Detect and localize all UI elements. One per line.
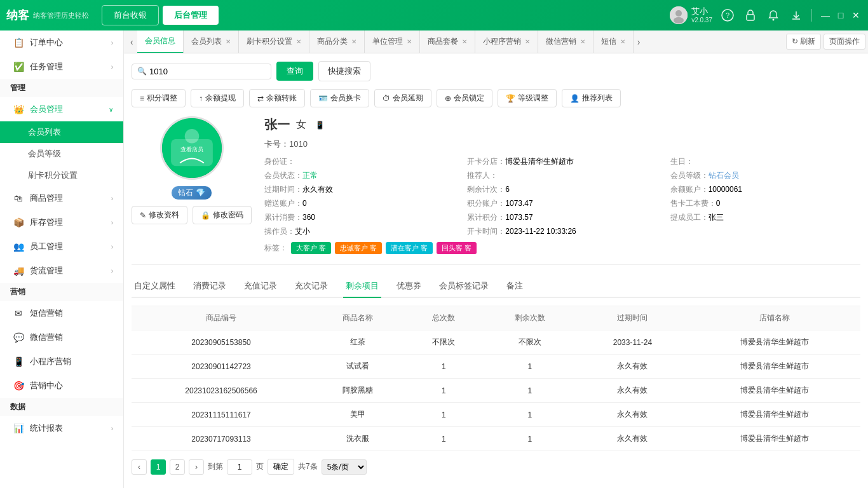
- detail-tab-note[interactable]: 备注: [504, 275, 526, 298]
- tab-card-points-close[interactable]: ✕: [296, 38, 301, 45]
- tab-product-pkg-close[interactable]: ✕: [462, 38, 467, 45]
- sidebar-item-sms[interactable]: ✉ 短信营销: [0, 301, 123, 325]
- sidebar-sub-member-level[interactable]: 会员等级: [0, 143, 123, 165]
- action-recommend-btn[interactable]: 👤 推荐列表: [562, 89, 621, 107]
- sidebar-item-mktcenter[interactable]: 🎯 营销中心: [0, 374, 123, 398]
- sidebar-item-inventory[interactable]: 📦 库存管理 ›: [0, 210, 123, 234]
- page-size-select[interactable]: 5条/页 10条/页 20条/页: [322, 459, 367, 475]
- sidebar-item-members[interactable]: 👑 会员管理 ∨: [0, 97, 123, 121]
- points-icon: ≡: [140, 94, 144, 103]
- detail-tab-custom[interactable]: 自定义属性: [132, 275, 178, 298]
- tab-member-list-close[interactable]: ✕: [226, 38, 231, 45]
- page-2-btn[interactable]: 2: [170, 459, 185, 475]
- tab-miniapp-mkt[interactable]: 小程序营销 ✕: [475, 30, 538, 53]
- sidebar-sub-card-points[interactable]: 刷卡积分设置: [0, 165, 123, 186]
- edit-password-btn[interactable]: 🔒 修改密码: [193, 206, 252, 224]
- search-input[interactable]: [149, 67, 264, 76]
- tab-member-info[interactable]: 会员信息: [137, 30, 184, 53]
- info-balance: 余额账户：10000061: [670, 184, 860, 195]
- tab-wechat-mkt-close[interactable]: ✕: [580, 38, 585, 45]
- info-commission-staff: 提成员工：张三: [670, 212, 860, 223]
- col-product-no: 商品编号: [132, 306, 311, 330]
- table-row: 20230901142723 试试看 1 1 永久有效 博爱县清华生鲜超市: [132, 355, 860, 379]
- cell-store: 博爱县清华生鲜超市: [688, 355, 860, 379]
- refresh-btn[interactable]: ↻ 刷新: [786, 34, 821, 50]
- minimize-btn[interactable]: —: [820, 10, 831, 21]
- action-swap-card-btn[interactable]: 🪪 会员换卡: [310, 89, 369, 107]
- page-op-btn[interactable]: 页面操作: [824, 34, 865, 50]
- mktcenter-icon: 🎯: [12, 381, 25, 391]
- tab-miniapp-mkt-close[interactable]: ✕: [525, 38, 530, 45]
- refresh-label: 刷新: [800, 37, 815, 46]
- logistics-arrow-icon: ›: [111, 268, 113, 274]
- tab-product-cat[interactable]: 商品分类 ✕: [309, 30, 365, 53]
- goto-confirm-btn[interactable]: 确定: [268, 459, 294, 475]
- query-btn[interactable]: 查询: [276, 62, 313, 81]
- detail-tab-times[interactable]: 充次记录: [292, 275, 330, 298]
- tabs-bar: ‹ 会员信息 会员列表 ✕ 刷卡积分设置 ✕ 商品分类 ✕: [124, 30, 868, 53]
- search-icon: 🔍: [137, 67, 147, 76]
- cell-product-no: 20231115111617: [132, 403, 311, 427]
- sidebar-sub-member-list[interactable]: 会员列表: [0, 121, 123, 143]
- detail-tab-coupon[interactable]: 优惠券: [394, 275, 424, 298]
- sidebar-label-wechat: 微信营销: [30, 332, 63, 343]
- close-btn[interactable]: ✕: [850, 10, 862, 21]
- sidebar-item-goods[interactable]: 🛍 商品管理 ›: [0, 186, 123, 210]
- tab-sms[interactable]: 短信 ✕: [593, 30, 634, 53]
- action-extend-btn[interactable]: ⏱ 会员延期: [374, 89, 431, 107]
- detail-tab-consume[interactable]: 消费记录: [191, 275, 229, 298]
- detail-tab-tags-log[interactable]: 会员标签记录: [437, 275, 491, 298]
- detail-tab-remaining[interactable]: 剩余项目: [343, 275, 381, 298]
- balance-value: 10000061: [709, 185, 742, 194]
- cell-total: 1: [405, 379, 483, 403]
- edit-profile-btn[interactable]: ✎ 修改资料: [132, 206, 187, 224]
- tab-product-cat-close[interactable]: ✕: [351, 38, 356, 45]
- detail-tab-recharge[interactable]: 充值记录: [241, 275, 280, 298]
- col-remaining: 剩余次数: [483, 306, 577, 330]
- members-icon: 👑: [12, 104, 25, 114]
- action-transfer-btn[interactable]: ⇄ 余额转账: [249, 89, 305, 107]
- nav-frontdesk-btn[interactable]: 前台收银: [102, 5, 159, 25]
- cell-product-no: 20230717093113: [132, 427, 311, 451]
- reports-arrow-icon: ›: [111, 425, 113, 432]
- tab-sms-close[interactable]: ✕: [620, 38, 625, 45]
- tab-product-pkg[interactable]: 商品套餐 ✕: [420, 30, 475, 53]
- sidebar-item-logistics[interactable]: 🚚 货流管理 ›: [0, 259, 123, 283]
- tab-card-points[interactable]: 刷卡积分设置 ✕: [239, 30, 309, 53]
- sidebar-item-tasks[interactable]: ✅ 任务管理 ›: [0, 55, 123, 79]
- refresh-icon: ↻: [792, 37, 798, 46]
- lock-icon[interactable]: [743, 8, 758, 23]
- page-next-btn[interactable]: ›: [189, 459, 204, 475]
- action-withdraw-btn[interactable]: ↑ 余额提现: [191, 89, 244, 107]
- tab-wechat-mkt[interactable]: 微信营销 ✕: [538, 30, 593, 53]
- action-level-btn[interactable]: 🏆 等级调整: [498, 89, 557, 107]
- member-name: 张一: [264, 116, 290, 133]
- help-icon[interactable]: ?: [720, 8, 735, 23]
- action-points-btn[interactable]: ≡ 积分调整: [132, 89, 186, 107]
- tab-unit-mgmt-label: 单位管理: [372, 36, 403, 47]
- tab-nav-right[interactable]: ›: [634, 37, 644, 47]
- download-icon[interactable]: [789, 8, 804, 23]
- sidebar-item-wechat[interactable]: 💬 微信营销: [0, 325, 123, 349]
- sidebar-item-miniapp[interactable]: 📱 小程序营销: [0, 349, 123, 374]
- sidebar-item-staff[interactable]: 👥 员工管理 ›: [0, 234, 123, 259]
- tab-unit-mgmt[interactable]: 单位管理 ✕: [365, 30, 420, 53]
- sidebar-item-reports[interactable]: 📊 统计报表 ›: [0, 416, 123, 440]
- action-lock-btn[interactable]: ⊕ 会员锁定: [437, 89, 492, 107]
- page-prev-btn[interactable]: ‹: [132, 459, 147, 475]
- nav-backend-btn[interactable]: 后台管理: [163, 6, 219, 25]
- table-row: 20230905153850 红茶 不限次 不限次 2033-11-24 博爱县…: [132, 330, 860, 355]
- recommend-label: 推荐列表: [582, 93, 613, 104]
- quick-search-btn[interactable]: 快捷搜索: [318, 61, 370, 81]
- tab-unit-mgmt-close[interactable]: ✕: [407, 38, 412, 45]
- tab-nav-left[interactable]: ‹: [126, 37, 137, 47]
- cell-remaining: 1: [483, 427, 577, 451]
- sidebar-item-orders[interactable]: 📋 订单中心 ›: [0, 30, 123, 55]
- info-branch: 开卡分店：博爱县清华生鲜超市: [467, 156, 657, 167]
- info-gift: 赠送账户：0: [264, 198, 454, 209]
- notification-icon[interactable]: [766, 8, 781, 23]
- goto-input[interactable]: [227, 459, 252, 475]
- page-1-btn[interactable]: 1: [151, 459, 166, 475]
- maximize-btn[interactable]: □: [835, 10, 846, 21]
- tab-member-list[interactable]: 会员列表 ✕: [184, 30, 239, 53]
